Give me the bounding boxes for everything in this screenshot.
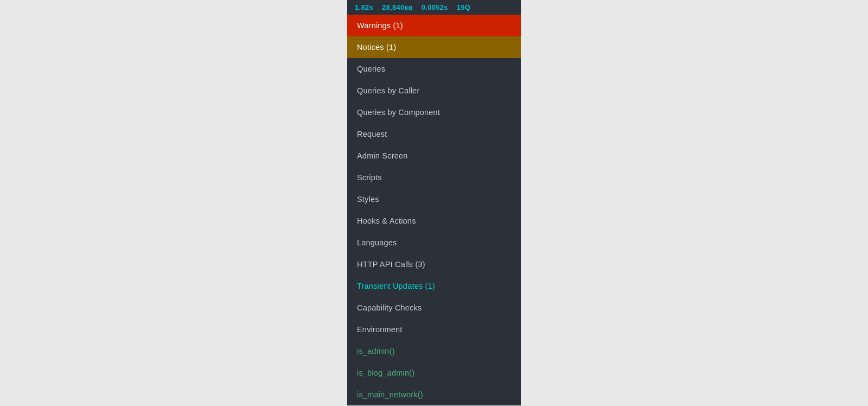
- menu-item-is-blog-admin[interactable]: is_blog_admin(): [347, 362, 521, 384]
- menu-item-styles[interactable]: Styles: [347, 188, 521, 210]
- menu-item-admin-screen[interactable]: Admin Screen: [347, 145, 521, 167]
- toolbar: 1.82s 28,840кв 0.0052s 19Q: [347, 0, 521, 15]
- menu-item-capability-checks[interactable]: Capability Checks: [347, 297, 521, 319]
- stat-queries: 19Q: [457, 3, 470, 11]
- menu-item-queries-by-component[interactable]: Queries by Component: [347, 101, 521, 123]
- menu-item-queries-by-caller[interactable]: Queries by Caller: [347, 80, 521, 101]
- menu-item-notices[interactable]: Notices (1): [347, 36, 521, 58]
- menu-item-languages[interactable]: Languages: [347, 232, 521, 253]
- stat-time: 1.82s: [355, 3, 373, 11]
- menu-item-environment[interactable]: Environment: [347, 319, 521, 340]
- menu-item-scripts[interactable]: Scripts: [347, 167, 521, 188]
- menu-item-request[interactable]: Request: [347, 123, 521, 145]
- menu-item-queries[interactable]: Queries: [347, 58, 521, 80]
- menu-item-http-api-calls[interactable]: HTTP API Calls (3): [347, 253, 521, 275]
- stat-query-time: 0.0052s: [422, 3, 448, 11]
- debug-panel: 1.82s 28,840кв 0.0052s 19Q Warnings (1)N…: [347, 0, 521, 405]
- menu-item-warnings[interactable]: Warnings (1): [347, 15, 521, 36]
- stat-memory: 28,840кв: [382, 3, 413, 11]
- menu-item-is-main-network[interactable]: is_main_network(): [347, 384, 521, 405]
- menu-item-hooks-actions[interactable]: Hooks & Actions: [347, 210, 521, 232]
- menu-item-is-admin[interactable]: is_admin(): [347, 340, 521, 362]
- menu: Warnings (1)Notices (1)QueriesQueries by…: [347, 15, 521, 405]
- menu-item-transient-updates[interactable]: Transient Updates (1): [347, 275, 521, 297]
